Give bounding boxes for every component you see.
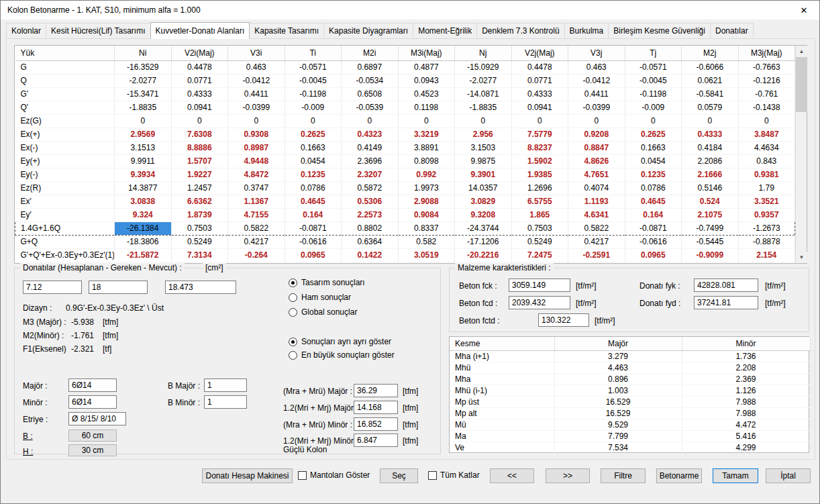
force-value-cell[interactable]: -14.0871: [455, 87, 512, 101]
force-value-cell[interactable]: 0.2625: [625, 128, 682, 141]
sec-button[interactable]: Seç: [380, 468, 418, 483]
tab-donat-lar[interactable]: Donatılar: [710, 23, 754, 39]
tab-denklem-7-3-kontrol[interactable]: Denklem 7.3 Kontrolü: [476, 23, 564, 39]
force-value-cell[interactable]: 0: [625, 114, 682, 128]
force-value-cell[interactable]: -0.1216: [738, 74, 795, 87]
force-value-cell[interactable]: -2.0277: [455, 74, 512, 87]
betonarme-button[interactable]: Betonarme: [656, 468, 702, 483]
force-value-cell[interactable]: -0.0616: [285, 235, 342, 248]
close-button[interactable]: ✕: [788, 1, 819, 19]
force-value-cell[interactable]: -0.0399: [228, 101, 285, 114]
force-value-cell[interactable]: 3.1513: [115, 141, 172, 154]
tamam-button[interactable]: Tamam: [713, 468, 758, 483]
forces-row[interactable]: Ex(-)3.15138.88860.89870.16630.41493.889…: [15, 141, 795, 154]
forces-row[interactable]: G'-15.34710.43330.4411-0.11980.65080.452…: [15, 87, 795, 101]
force-value-cell[interactable]: 1.9973: [398, 181, 455, 195]
force-value-cell[interactable]: 0.843: [738, 154, 795, 168]
forces-row[interactable]: Q-2.02770.0771-0.0412-0.0045-0.05340.094…: [15, 74, 795, 87]
tab-kuvvetler-donat-alanlar[interactable]: Kuvvetler-Donatı Alanları: [150, 22, 250, 39]
force-value-cell[interactable]: 0.463: [568, 60, 625, 74]
minor-rebar-input[interactable]: [68, 395, 117, 409]
radio-global-sonuclar[interactable]: Global sonuçlar: [289, 307, 357, 317]
tab-birle-im-kesme-g-venli-i[interactable]: Birleşim Kesme Güvenliği: [608, 23, 711, 39]
force-value-cell[interactable]: -0.6066: [682, 60, 739, 74]
forces-row[interactable]: Ey(-)9.39341.92274.84720.12352.32070.992…: [15, 168, 795, 181]
load-case-label[interactable]: Ez(G): [15, 114, 115, 128]
beton-fck-input[interactable]: [509, 279, 570, 292]
force-value-cell[interactable]: 9.3901: [455, 168, 512, 181]
force-value-cell[interactable]: 2.2086: [682, 154, 739, 168]
force-value-cell[interactable]: 1.865: [511, 208, 568, 221]
force-value-cell[interactable]: -15.0929: [455, 60, 512, 74]
force-value-cell[interactable]: -0.8878: [738, 235, 795, 248]
force-value-cell[interactable]: 0.463: [228, 60, 285, 74]
force-value-cell[interactable]: 2.9088: [398, 195, 455, 208]
load-case-label[interactable]: G'+Q'+Ex-0.3Ey+0.3Ez'(1): [15, 248, 115, 262]
b-major-input[interactable]: [204, 379, 247, 392]
force-value-cell[interactable]: -1.8835: [455, 101, 512, 114]
force-value-cell[interactable]: 4.6341: [568, 208, 625, 221]
force-value-cell[interactable]: 0.4149: [342, 141, 399, 154]
donati-mevcut-input[interactable]: [165, 281, 236, 294]
radio-sonuclari-ayri-goster[interactable]: Sonuçları ayrı ayrı göster: [289, 337, 391, 346]
force-value-cell[interactable]: -16.3529: [115, 60, 172, 74]
mra-mru-minor-input[interactable]: [354, 417, 398, 431]
tum-katlar-checkbox[interactable]: Tüm Katlar: [428, 470, 480, 480]
tab-moment-e-rilik[interactable]: Moment-Eğrilik: [413, 23, 477, 39]
force-value-cell[interactable]: 0.8337: [398, 221, 455, 235]
force-value-cell[interactable]: 1.2696: [511, 181, 568, 195]
force-value-cell[interactable]: 0.0579: [682, 101, 739, 114]
beton-fctd-input[interactable]: [538, 313, 589, 327]
forces-row[interactable]: Q'-1.88350.0941-0.0399-0.009-0.05390.119…: [15, 101, 795, 114]
force-value-cell[interactable]: 0.5249: [511, 235, 568, 248]
force-value-cell[interactable]: 0: [511, 114, 568, 128]
b-dimension-button[interactable]: 60 cm: [68, 430, 117, 442]
force-value-cell[interactable]: 0.582: [398, 235, 455, 248]
force-value-cell[interactable]: -0.009: [625, 101, 682, 114]
force-value-cell[interactable]: 1.79: [738, 181, 795, 195]
force-value-cell[interactable]: 0.4478: [511, 60, 568, 74]
scroll-thumb[interactable]: [796, 57, 807, 112]
force-value-cell[interactable]: 3.8487: [738, 128, 795, 141]
force-value-cell[interactable]: 0.4217: [228, 235, 285, 248]
force-value-cell[interactable]: -0.0412: [568, 74, 625, 87]
force-value-cell[interactable]: 4.7155: [228, 208, 285, 221]
force-value-cell[interactable]: 4.8472: [228, 168, 285, 181]
force-value-cell[interactable]: 4.7651: [568, 168, 625, 181]
donati-hesap-makinesi-button[interactable]: Donatı Hesap Makinesi: [202, 468, 293, 483]
force-value-cell[interactable]: 9.9911: [115, 154, 172, 168]
force-value-cell[interactable]: -0.0045: [625, 74, 682, 87]
tab-kolonlar[interactable]: Kolonlar: [6, 23, 46, 39]
force-value-cell[interactable]: 1.2457: [171, 181, 228, 195]
force-value-cell[interactable]: 0.4333: [682, 128, 739, 141]
force-value-cell[interactable]: 0.4217: [568, 235, 625, 248]
force-value-cell[interactable]: 0.5822: [568, 221, 625, 235]
force-value-cell[interactable]: -0.009: [285, 101, 342, 114]
beton-fcd-input[interactable]: [509, 296, 570, 309]
radio-ham-sonuclar[interactable]: Ham sonuçlar: [289, 293, 351, 302]
force-value-cell[interactable]: -26.1384: [115, 221, 172, 235]
force-value-cell[interactable]: 0.5306: [342, 195, 399, 208]
load-case-label[interactable]: Q': [15, 101, 115, 114]
force-value-cell[interactable]: 1.8739: [171, 208, 228, 221]
force-value-cell[interactable]: -1.2673: [738, 221, 795, 235]
force-value-cell[interactable]: 0.0786: [625, 181, 682, 195]
force-value-cell[interactable]: 0.0771: [511, 74, 568, 87]
load-case-label[interactable]: Ex(-): [15, 141, 115, 154]
force-value-cell[interactable]: 0.5822: [228, 221, 285, 235]
force-value-cell[interactable]: 0: [738, 114, 795, 128]
force-value-cell[interactable]: 0.1198: [398, 101, 455, 114]
force-value-cell[interactable]: 0.6897: [342, 60, 399, 74]
load-case-label[interactable]: G': [15, 87, 115, 101]
load-case-label[interactable]: G: [15, 60, 115, 74]
forces-row[interactable]: Ex(+)2.95697.63080.93080.26250.43233.321…: [15, 128, 795, 141]
force-value-cell[interactable]: 0.8987: [228, 141, 285, 154]
force-value-cell[interactable]: 0.8847: [568, 141, 625, 154]
forces-row[interactable]: G-16.35290.44780.463-0.05710.68970.4877-…: [15, 60, 795, 74]
load-case-label[interactable]: Ey(+): [15, 154, 115, 168]
h-dimension-button[interactable]: 30 cm: [68, 444, 117, 456]
force-value-cell[interactable]: 0.3747: [228, 181, 285, 195]
b-minor-input[interactable]: [204, 395, 247, 409]
force-value-cell[interactable]: 3.8891: [398, 141, 455, 154]
force-value-cell[interactable]: 2.9569: [115, 128, 172, 141]
